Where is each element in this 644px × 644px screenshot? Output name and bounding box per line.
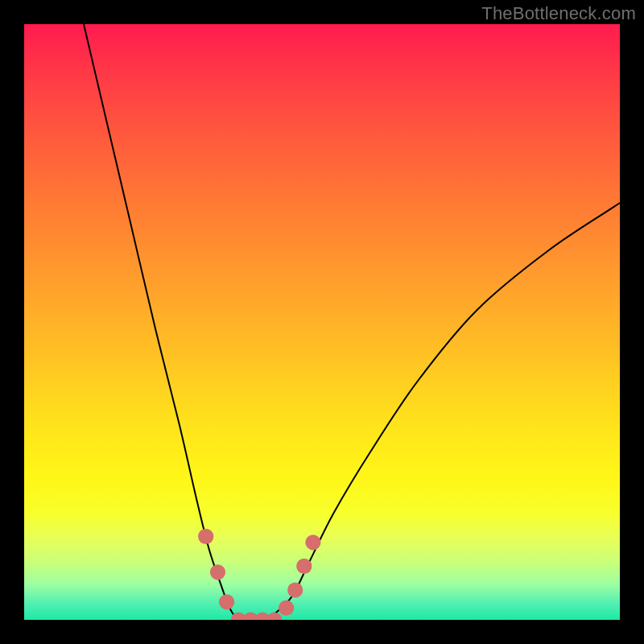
plot-area	[24, 24, 620, 620]
marker-dot	[198, 529, 213, 544]
attribution-text: TheBottleneck.com	[481, 3, 636, 24]
marker-dot	[305, 535, 320, 550]
marker-dot	[266, 612, 282, 620]
bottleneck-curve	[84, 24, 620, 620]
chart-frame: TheBottleneck.com	[0, 0, 644, 644]
marker-dot	[219, 594, 234, 609]
marker-dot	[279, 601, 294, 616]
marker-group	[198, 529, 320, 620]
marker-dot	[287, 582, 303, 597]
chart-overlay	[24, 24, 620, 620]
marker-dot	[210, 564, 225, 580]
marker-dot	[296, 559, 312, 574]
